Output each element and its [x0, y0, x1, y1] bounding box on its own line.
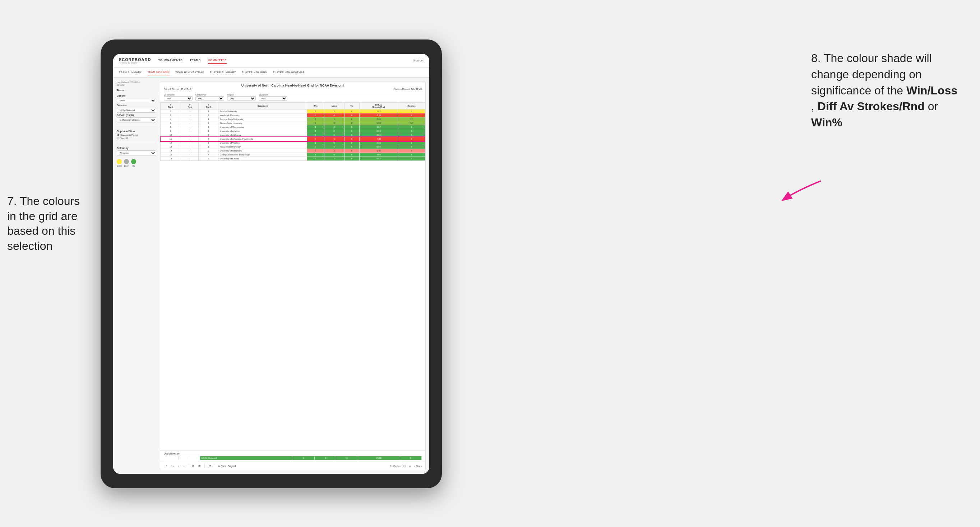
- annotation-bold-winloss: Win/Loss: [906, 84, 958, 97]
- out-of-division-label: Out of division: [164, 452, 422, 455]
- annotation-left-number: 7.: [7, 195, 17, 208]
- header-row: #Rank #Reg #Conf Opponent Win Loss Tie D…: [161, 103, 425, 110]
- division-ii-name: NCAA Division II: [200, 456, 293, 460]
- left-panel: Last Updated: 27/03/2024 16:55:38 Team G…: [117, 81, 156, 470]
- opponent-select[interactable]: (All): [259, 96, 287, 100]
- toolbar-sep-1: [188, 464, 188, 468]
- toolbar-right: 👁 Watch ▾ 💬 ⊞ ↗ Share: [390, 465, 422, 467]
- grid-btn[interactable]: ⊞: [409, 465, 410, 467]
- grid-title: University of North Carolina Head-to-Hea…: [164, 84, 422, 87]
- subnav-player-summary[interactable]: PLAYER SUMMARY: [210, 70, 236, 75]
- view-icon: ⊡: [218, 465, 220, 467]
- division-ii-diff: 26.00: [358, 456, 400, 460]
- copy-btn[interactable]: ⧉: [191, 464, 195, 468]
- subnav-team-h2h-grid[interactable]: TEAM H2H GRID: [148, 69, 170, 75]
- table-row: 10 - 5 University of Alabama 3 0 0 2.61 …: [161, 133, 425, 137]
- comment-icon: 💬: [403, 465, 406, 467]
- data-table-wrapper: #Rank #Reg #Conf Opponent Win Loss Tie D…: [160, 102, 425, 451]
- table-row: 6 - 2 Florida State University 4 2 0 1.8…: [161, 121, 425, 125]
- division-ii-loss: 0: [315, 456, 336, 460]
- out-of-division-row: NCAA Division II 1 0 0 26.00 3: [164, 456, 422, 460]
- col-loss: Loss: [324, 103, 344, 110]
- prev-btn[interactable]: ‹: [177, 464, 180, 468]
- legend-up: Up: [131, 159, 136, 167]
- sign-out[interactable]: Sign out: [413, 59, 423, 62]
- school-select[interactable]: 1. University of Nort...: [117, 117, 156, 122]
- data-table: #Rank #Reg #Conf Opponent Win Loss Tie D…: [160, 102, 425, 161]
- opponent-filter: Opponent (All): [259, 94, 287, 100]
- watch-btn[interactable]: 👁 Watch ▾: [390, 465, 401, 467]
- nav-tournaments[interactable]: TOURNAMENTS: [158, 57, 183, 64]
- table-row: 16 - 7 University of Florida 3 1 0 6.62 …: [161, 157, 425, 161]
- table-row: 4 - 1 Arizona State University 5 1 0 2.2…: [161, 117, 425, 121]
- filters-row: Opponents: (All) Conference (All) Region: [160, 92, 425, 102]
- color-legend: Down Level Up: [117, 159, 156, 167]
- gender-section: Gender Men's: [117, 94, 156, 103]
- division-section: Division NCAA Division I: [117, 104, 156, 113]
- gender-label: Gender: [117, 94, 156, 97]
- out-of-division-section: Out of division NCAA Division II 1 0 0: [160, 451, 425, 462]
- col-tie: Tie: [344, 103, 359, 110]
- layout-btn[interactable]: ⊞: [197, 464, 202, 468]
- bottom-toolbar: ↩ ↪ ‹ › ⧉ ⊞ ⏱ ⊡ View: Original: [160, 462, 425, 470]
- table-row: 14 - 0 University of Oklahoma 0 1 0 -1.0…: [161, 149, 425, 153]
- out-of-division-table: NCAA Division II 1 0 0 26.00 3: [164, 456, 422, 460]
- division-label: Division: [117, 104, 156, 106]
- nav-teams[interactable]: TEAMS: [190, 57, 201, 64]
- logo-text: SCOREBOARD: [119, 57, 151, 62]
- opponents-select[interactable]: (All): [164, 96, 192, 100]
- redo-btn[interactable]: ↪: [171, 464, 175, 468]
- next-btn[interactable]: ›: [183, 464, 185, 468]
- logo-area: SCOREBOARD Powered by clippd: [119, 57, 151, 64]
- grid-records: Overall Record: 89 - 17 - 0 Division Rec…: [164, 88, 422, 90]
- share-btn[interactable]: ↗ Share: [414, 465, 422, 467]
- school-label: School (Rank): [117, 114, 156, 116]
- subnav-team-summary[interactable]: TEAM SUMMARY: [119, 70, 142, 75]
- radio-opponents-played[interactable]: Opponents Played: [117, 133, 156, 136]
- nav-items: TOURNAMENTS TEAMS COMMITTEE: [158, 57, 413, 64]
- divider-1: [117, 126, 156, 126]
- comment-btn[interactable]: 💬: [403, 465, 406, 467]
- region-select[interactable]: (All): [227, 96, 256, 100]
- view-label: View: Original: [221, 465, 235, 467]
- gender-select[interactable]: Men's: [117, 98, 156, 103]
- radio-top100[interactable]: Top 100: [117, 137, 156, 139]
- view-selector[interactable]: ⊡ View: Original: [218, 465, 235, 467]
- subnav-player-h2h-grid[interactable]: PLAYER H2H GRID: [242, 70, 267, 75]
- subnav-player-h2h-heatmap[interactable]: PLAYER H2H HEATMAP: [273, 70, 305, 75]
- colour-by-label: Colour by: [117, 147, 156, 149]
- table-row: 2 - 1 Auburn University 2 1 0 1.67 9: [161, 110, 425, 113]
- col-conf: #Conf: [199, 103, 218, 110]
- toolbar-sep-3: [215, 464, 215, 468]
- school-section: School (Rank) 1. University of Nort...: [117, 114, 156, 122]
- undo-btn[interactable]: ↩: [164, 464, 168, 468]
- division-ii-tie: 0: [336, 456, 358, 460]
- subnav-team-h2h-heatmap[interactable]: TEAM H2H HEATMAP: [175, 70, 204, 75]
- col-rank: #Rank: [161, 103, 181, 110]
- col-opponent: Opponent: [218, 103, 307, 110]
- nav-committee[interactable]: COMMITTEE: [208, 57, 227, 64]
- table-row: 15 - 4 Georgia Institute of Technology 5…: [161, 153, 425, 157]
- col-reg: #Reg: [181, 103, 199, 110]
- legend-level-box: [124, 159, 129, 164]
- annotation-bold-winpct: Win%: [811, 116, 842, 129]
- col-diff: Diff AvStrokes/Rnd: [360, 103, 398, 110]
- grid-icon: ⊞: [409, 465, 410, 467]
- sub-nav: TEAM SUMMARY TEAM H2H GRID TEAM H2H HEAT…: [113, 67, 429, 78]
- table-row-highlighted: 11 - 6 University of Arkansas, Fayettevi…: [161, 137, 425, 141]
- team-section: Team Gender Men's Division NCAA Division…: [117, 89, 156, 122]
- team-label: Team: [117, 89, 156, 92]
- colour-by-select[interactable]: Win/Loss: [117, 151, 156, 156]
- conference-select[interactable]: (All): [196, 96, 224, 100]
- grid-area: University of North Carolina Head-to-Hea…: [160, 81, 426, 470]
- arrow-right-svg: [779, 176, 826, 205]
- table-body: 2 - 1 Auburn University 2 1 0 1.67 9: [161, 110, 425, 161]
- legend-down: Down: [117, 159, 122, 167]
- division-select[interactable]: NCAA Division I: [117, 108, 156, 113]
- tablet-frame: SCOREBOARD Powered by clippd TOURNAMENTS…: [100, 40, 442, 488]
- opponents-filter: Opponents: (All): [164, 94, 192, 100]
- clock-btn[interactable]: ⏱: [208, 464, 212, 468]
- toolbar-sep-2: [204, 464, 205, 468]
- overall-record: Overall Record: 89 - 17 - 0: [164, 88, 191, 90]
- table-row: 12 - 3 University of Virginia 1 0 0 2.33…: [161, 141, 425, 145]
